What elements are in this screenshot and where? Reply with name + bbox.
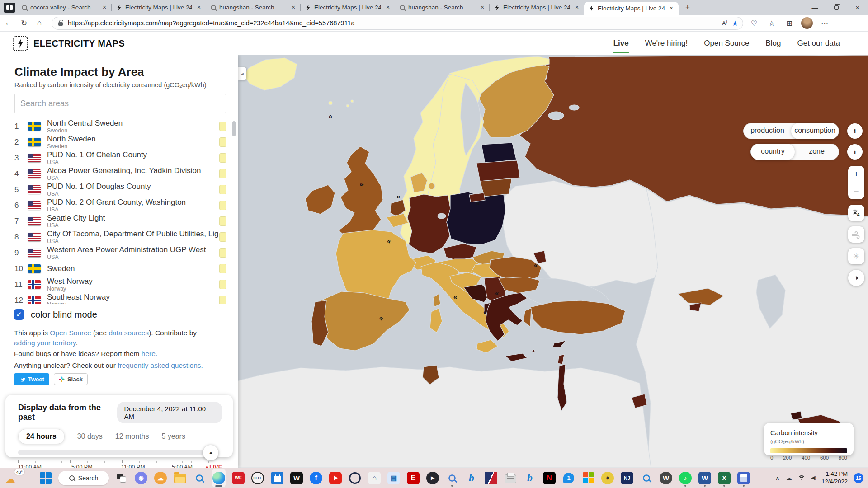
ranking-row[interactable]: 4Alcoa Power Generating, Inc. Yadkin Div…	[0, 166, 238, 182]
taskbar-espn-icon[interactable]: E	[406, 469, 420, 487]
add-territory-link[interactable]: adding your territory	[14, 339, 76, 347]
area-option-country[interactable]: country	[751, 144, 795, 160]
window-minimize-button[interactable]: —	[804, 0, 826, 15]
taskbar-wordpress-icon[interactable]: W	[659, 469, 673, 487]
map-rhodes[interactable]	[532, 350, 535, 352]
back-button[interactable]: ←	[2, 16, 15, 30]
taskbar-media-player-icon[interactable]: ▶	[426, 469, 439, 487]
data-sources-link[interactable]: data sources	[108, 329, 149, 337]
search-input[interactable]	[14, 94, 226, 113]
taskbar-badge-app-icon[interactable]: ✦	[601, 469, 614, 487]
taskbar-file-explorer-icon[interactable]	[173, 469, 187, 487]
taskbar-flag-app-icon[interactable]	[484, 469, 498, 487]
ranking-row[interactable]: 2North SwedenSweden	[0, 134, 238, 150]
onedrive-cloud-icon[interactable]: ☁	[786, 474, 792, 482]
tab-close-icon[interactable]: ×	[668, 5, 675, 12]
tab-actions-icon[interactable]	[4, 3, 15, 13]
checkbox-checked-icon[interactable]	[14, 309, 24, 320]
mode-info-button[interactable]: i	[847, 123, 863, 139]
nav-link-live[interactable]: Live	[613, 32, 629, 55]
window-restore-button[interactable]	[826, 0, 847, 15]
taskbar-spotify-icon[interactable]: ♪	[679, 469, 692, 487]
taskbar-excel-icon[interactable]: X	[717, 469, 731, 487]
tab-close-icon[interactable]: ×	[290, 4, 297, 11]
taskbar-pin-badge-icon[interactable]: 1	[562, 469, 576, 487]
address-bar[interactable]: https://app.electricitymaps.com/map?aggr…	[52, 17, 743, 30]
taskbar-cortana-icon[interactable]: ☁	[154, 469, 167, 487]
mode-toggle[interactable]: production consumption	[743, 123, 839, 139]
refresh-button[interactable]: ↻	[17, 16, 31, 30]
range-5-years[interactable]: 5 years	[161, 432, 185, 441]
profile-avatar[interactable]	[800, 16, 814, 30]
read-aloud-icon[interactable]: A	[722, 19, 727, 27]
colorblind-toggle[interactable]: color blind mode	[14, 309, 97, 320]
map-country-lithuania[interactable]	[480, 178, 512, 197]
browser-tab-2[interactable]: Electricity Maps | Live 24/7 CO₂ e×	[112, 0, 206, 15]
tweet-button[interactable]: Tweet	[14, 373, 49, 385]
ranking-row[interactable]: 1North Central SwedenSweden	[0, 118, 238, 134]
nav-link-hiring[interactable]: We're hiring!	[645, 32, 688, 55]
nav-link-blog[interactable]: Blog	[765, 32, 781, 55]
tab-close-icon[interactable]: ×	[101, 4, 108, 11]
bookmark-star-icon[interactable]: ★	[732, 19, 738, 28]
taskbar-netflix-icon[interactable]: N	[542, 469, 556, 487]
taskbar-edge-browser-icon[interactable]	[212, 469, 226, 487]
taskbar-ring-app-icon[interactable]	[348, 469, 362, 487]
report-here-link[interactable]: here	[142, 350, 156, 357]
area-toggle[interactable]: country zone	[750, 144, 839, 160]
browser-tab-3[interactable]: huangshan - Search×	[206, 0, 301, 15]
map-shetland[interactable]	[351, 100, 354, 103]
range-30-days[interactable]: 30 days	[77, 432, 103, 441]
time-slider-handle[interactable]: ◂▸	[203, 445, 218, 460]
dark-mode-button[interactable]: ◑	[848, 270, 864, 286]
notification-badge[interactable]: 15	[854, 473, 863, 483]
browser-tab-6[interactable]: Electricity Maps | Live 24/7 CO₂ e×	[490, 0, 584, 15]
new-tab-button[interactable]: +	[681, 1, 694, 14]
taskbar-microsoft-store-icon[interactable]	[270, 469, 284, 487]
time-slider[interactable]: ◂▸	[18, 450, 222, 455]
mode-option-production[interactable]: production	[744, 123, 791, 139]
ranking-row[interactable]: 3PUD No. 1 Of Chelan CountyUSA	[0, 150, 238, 166]
tab-close-icon[interactable]: ×	[479, 4, 486, 11]
taskbar-chrome-home-icon[interactable]: ⌂	[368, 469, 381, 487]
ranking-row[interactable]: 5PUD No. 1 Of Douglas CountyUSA	[0, 182, 238, 197]
solar-layer-button[interactable]: ☀	[848, 248, 864, 264]
open-source-link[interactable]: Open Source	[50, 329, 91, 337]
range-12-months[interactable]: 12 months	[115, 432, 149, 441]
ranking-row[interactable]: 10Sweden	[0, 261, 238, 277]
taskbar-clock[interactable]: 1:42 PM 12/4/2022	[821, 470, 848, 486]
map-faroe[interactable]	[329, 101, 332, 105]
sidebar-collapse-button[interactable]: ◂	[238, 67, 246, 80]
zoom-in-button[interactable]: +	[848, 166, 864, 183]
url-text[interactable]: https://app.electricitymaps.com/map?aggr…	[68, 19, 717, 27]
ranking-row[interactable]: 12Southeast NorwayNorway	[0, 292, 238, 304]
slack-button[interactable]: Slack	[54, 373, 88, 385]
map-country-germany[interactable]	[407, 194, 450, 253]
tab-close-icon[interactable]: ×	[384, 4, 392, 11]
language-translate-button[interactable]: A	[848, 205, 864, 221]
collections-icon[interactable]: ⊞	[783, 16, 796, 30]
time-slider-track[interactable]	[18, 450, 213, 455]
taskbar-app-tile-w-icon[interactable]: W	[290, 469, 303, 487]
area-option-zone[interactable]: zone	[795, 144, 839, 160]
taskbar-dell-icon[interactable]: DELL	[251, 469, 264, 487]
taskbar-calculator-icon[interactable]	[737, 469, 750, 487]
taskbar-task-view-button[interactable]	[115, 469, 128, 487]
taskbar-youtube-icon[interactable]	[329, 469, 342, 487]
window-close-button[interactable]: ×	[847, 0, 868, 15]
zoom-out-button[interactable]: −	[848, 183, 864, 200]
volume-icon[interactable]: ◀)	[811, 475, 816, 481]
browser-tab-5[interactable]: huangshan - Search×	[395, 0, 490, 15]
tab-close-icon[interactable]: ×	[195, 4, 203, 11]
taskbar-wells-fargo-icon[interactable]: WF	[231, 469, 245, 487]
taskbar-photos-app-icon[interactable]: ▦	[387, 469, 401, 487]
tab-close-icon[interactable]: ×	[573, 4, 580, 11]
taskbar-microsoft-icon[interactable]	[581, 469, 595, 487]
date-picker-button[interactable]: December 4, 2022 at 11:00 AM	[117, 402, 222, 423]
taskbar-word-icon[interactable]: W	[698, 469, 712, 487]
settings-menu-icon[interactable]: ⋯	[818, 16, 831, 30]
weather-widget[interactable]: ☁ 43°	[5, 470, 23, 486]
browser-tab-active[interactable]: Electricity Maps | Live 24/7 CO₂ e×	[584, 2, 679, 15]
europe-map[interactable]: « « « « « « « « « «	[237, 55, 868, 468]
map-region-north-africa[interactable]	[237, 367, 651, 468]
